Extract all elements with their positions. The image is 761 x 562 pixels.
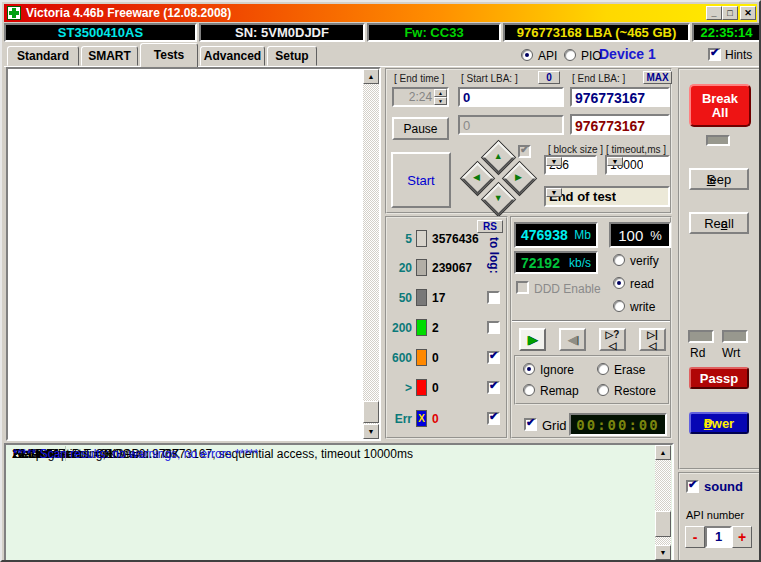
passp-button[interactable]: Passp [689,367,749,389]
drive-capacity-field: 976773168 LBA (~465 GB) [503,23,690,42]
maximize-button[interactable]: □ [722,6,738,20]
radio-icon [523,363,535,375]
tab-standard[interactable]: Standard [7,46,79,66]
radio-icon [613,254,625,266]
histogram-bucket-swatch [416,259,427,276]
histogram-bucket-count: 3576436 [432,232,479,246]
chevron-down-icon[interactable]: ▼ [546,157,562,166]
play-icon: ▶ [528,332,538,347]
break-all-button[interactable]: Break All [689,84,751,127]
scroll-down-icon[interactable]: ▼ [655,545,671,560]
scroll-down-icon[interactable]: ▼ [363,424,379,439]
close-button[interactable]: ✕ [740,6,756,20]
start-lba-zero-button[interactable]: 0 [538,71,560,84]
rewind-button[interactable]: ◀ [559,328,586,351]
to-log-checkbox[interactable] [487,291,500,304]
to-log-checkbox[interactable] [487,321,500,334]
block-map-scrollbar[interactable]: ▲ ▼ [363,69,379,439]
end-time-spinner[interactable]: 2:24 ▲ ▼ [392,87,449,107]
tab-tests[interactable]: Tests [140,43,198,67]
scrollbar-thumb[interactable] [363,401,379,423]
histogram-bucket-label: 20 [388,261,412,275]
to-log-checkbox[interactable] [487,351,500,364]
log-panel: 21:16:14Get S.M.A.R.T. command... OK21:1… [4,443,674,562]
grid-label: Grid [542,418,567,433]
api-number-minus-button[interactable]: - [685,526,705,548]
to-log-checkbox[interactable] [487,381,500,394]
drive-firmware-field: Fw: CC33 [367,23,501,42]
write-indicator [722,330,748,343]
spin-down-icon[interactable]: ▼ [434,97,447,105]
timeout-select[interactable]: 10000▼ [605,155,670,175]
up-arrow-icon: ▲ [494,151,503,161]
hints-checkbox[interactable] [708,48,721,61]
radio-icon [613,300,625,312]
after-action-select[interactable]: End of test▼ [544,186,670,207]
title-bar[interactable]: Victoria 4.46b Freeware (12.08.2008) _ □… [4,4,757,22]
drive-firmware: Fw: CC33 [369,25,499,40]
end-lba-max-button[interactable]: MAX [643,71,672,84]
block-size-select[interactable]: 256▼ [544,155,597,175]
seek-checkbox [518,145,531,158]
tab-setup[interactable]: Setup [267,46,317,66]
ddd-checkbox [516,281,529,294]
histogram-bucket-swatch [416,379,427,396]
to-log-checkbox[interactable] [487,412,500,425]
end-time-label: [ End time ] [394,73,445,84]
grid-checkbox[interactable] [524,418,537,431]
chevron-down-icon[interactable]: ▼ [546,188,562,197]
seek-up-button[interactable]: ▲ [482,141,515,174]
minimize-button[interactable]: _ [706,6,722,20]
speed-lcd: 72192 kb/s [514,251,598,274]
sound-checkbox[interactable] [686,480,699,493]
seek-ask-button[interactable]: ▷?◁ [599,328,626,351]
device-label[interactable]: Device 1 [599,46,656,62]
down-arrow-icon: ▼ [494,193,503,203]
timeout-label: [ timeout,ms ] [606,144,666,155]
busy-indicator [706,135,730,146]
recall-button[interactable]: Recall [689,212,749,234]
sleep-button[interactable]: Sleep [689,168,749,190]
seek-right-button[interactable]: ▶ [503,162,536,195]
histogram-bucket-count: 239067 [432,261,472,275]
radio-icon [597,363,609,375]
pause-button[interactable]: Pause [392,117,449,140]
play-button[interactable]: ▶ [519,328,546,351]
read-indicator-label: Rd [690,346,705,360]
start-button[interactable]: Start [391,152,451,208]
spin-up-icon[interactable]: ▲ [434,89,447,97]
sidebar-panel [678,68,761,470]
tab-smart[interactable]: SMART [81,46,138,66]
end-lba-input[interactable]: 976773167 [570,87,670,107]
scroll-up-icon[interactable]: ▲ [655,445,671,460]
drive-capacity: 976773168 LBA (~465 GB) [505,25,688,40]
tab-advanced[interactable]: Advanced [200,46,265,66]
drive-model: ST3500410AS [6,25,195,40]
seek-boundary-button[interactable]: ▷|◁ [639,328,666,351]
histogram-bucket-count: 17 [432,291,445,305]
histogram-bucket-swatch [416,319,427,336]
read-indicator [688,330,714,343]
ddd-label: DDD Enable [534,282,601,296]
api-number-plus-button[interactable]: + [732,526,752,548]
drive-model-field: ST3500410AS [4,23,197,42]
start-lba-input[interactable]: 0 [458,87,564,107]
victoria-window: Victoria 4.46b Freeware (12.08.2008) _ □… [0,0,761,562]
window-title: Victoria 4.46b Freeware (12.08.2008) [26,6,231,20]
histogram-bucket-swatch [416,289,427,306]
chevron-down-icon[interactable]: ▼ [607,157,623,166]
seek-left-button[interactable]: ◀ [461,162,494,195]
power-button[interactable]: Power [689,412,749,434]
scrollbar-thumb[interactable] [655,511,671,537]
seek-down-button[interactable]: ▼ [482,183,515,216]
radio-icon [521,49,533,61]
api-number-field[interactable]: 1 [705,526,732,548]
end-lba-label: [ End LBA: ] [572,73,625,84]
api-number-label: API number [686,509,744,521]
scroll-up-icon[interactable]: ▲ [363,69,379,84]
mb-lcd: 476938 Mb [514,222,598,248]
log-scrollbar[interactable]: ▲ ▼ [655,445,671,560]
right-arrow-icon: ▶ [515,172,522,182]
rs-button[interactable]: RS [477,220,503,233]
clock: 22:35:14 [694,25,759,40]
